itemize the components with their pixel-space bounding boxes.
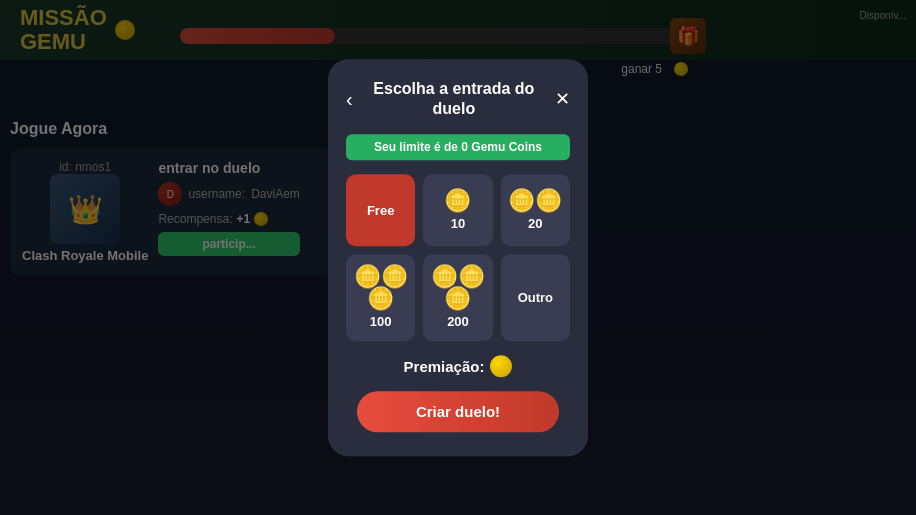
- premiacao-coin-icon: [490, 355, 512, 377]
- option-200[interactable]: 🪙🪙🪙 200: [423, 254, 492, 341]
- option-100-coin: 🪙🪙🪙: [352, 266, 409, 310]
- modal-header: ‹ Escolha a entrada do duelo ✕: [346, 79, 570, 121]
- premiacao-row: Premiação:: [404, 355, 513, 377]
- options-grid: Free 🪙 10 🪙🪙 20 🪙🪙🪙 100 🪙🪙🪙 200 Outro: [346, 174, 570, 341]
- option-100[interactable]: 🪙🪙🪙 100: [346, 254, 415, 341]
- option-free-label: Free: [367, 203, 394, 218]
- option-10[interactable]: 🪙 10: [423, 174, 492, 246]
- modal: ‹ Escolha a entrada do duelo ✕ Seu limit…: [328, 59, 588, 457]
- option-outro-label: Outro: [518, 290, 553, 305]
- back-button[interactable]: ‹: [346, 90, 353, 110]
- premiacao-label: Premiação:: [404, 358, 485, 375]
- option-20-label: 20: [528, 216, 542, 231]
- option-200-coin: 🪙🪙🪙: [429, 266, 486, 310]
- option-free[interactable]: Free: [346, 174, 415, 246]
- option-outro[interactable]: Outro: [501, 254, 570, 341]
- option-10-label: 10: [451, 216, 465, 231]
- option-200-label: 200: [447, 314, 469, 329]
- close-button[interactable]: ✕: [555, 91, 570, 109]
- option-20[interactable]: 🪙🪙 20: [501, 174, 570, 246]
- modal-title: Escolha a entrada do duelo: [353, 79, 555, 121]
- criar-duelo-button[interactable]: Criar duelo!: [357, 391, 559, 432]
- option-10-coin: 🪙: [444, 190, 471, 212]
- limit-badge: Seu limite é de 0 Gemu Coins: [346, 134, 570, 160]
- option-20-coin: 🪙🪙: [508, 190, 562, 212]
- option-100-label: 100: [370, 314, 392, 329]
